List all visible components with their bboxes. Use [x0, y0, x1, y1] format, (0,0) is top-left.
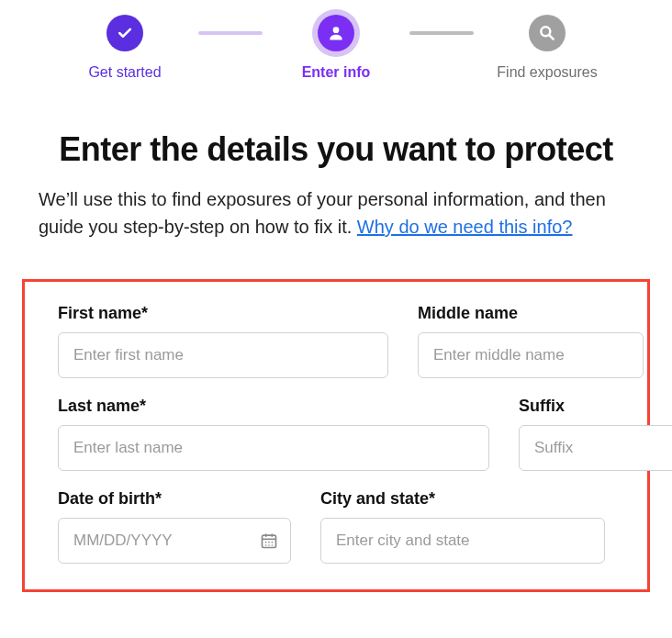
last-name-input[interactable] [58, 425, 489, 471]
svg-point-0 [333, 27, 340, 33]
step-find-exposures: Find exposures [474, 15, 621, 81]
dob-label: Date of birth* [58, 489, 291, 509]
last-name-label: Last name* [58, 397, 489, 416]
why-need-info-link[interactable]: Why do we need this info? [357, 217, 573, 237]
suffix-input[interactable] [519, 425, 672, 471]
suffix-label: Suffix [519, 397, 672, 416]
first-name-field-group: First name* [58, 304, 388, 378]
lead-text: We’ll use this to find exposures of your… [39, 185, 633, 241]
middle-name-label: Middle name [418, 304, 644, 323]
step-get-started: Get started [51, 15, 198, 81]
middle-name-input[interactable] [418, 332, 644, 378]
progress-stepper: Get started Enter info Find exposures [0, 15, 672, 81]
step-label: Get started [88, 64, 161, 81]
city-state-field-group: City and state* [320, 489, 605, 564]
step-enter-info: Enter info [263, 15, 409, 81]
city-state-label: City and state* [320, 489, 605, 509]
check-icon [106, 15, 143, 51]
dob-input[interactable] [58, 518, 291, 564]
svg-line-2 [550, 36, 554, 39]
step-label: Find exposures [497, 64, 597, 81]
step-connector [198, 31, 263, 35]
first-name-input[interactable] [58, 332, 388, 378]
last-name-field-group: Last name* [58, 397, 489, 471]
middle-name-field-group: Middle name [418, 304, 644, 378]
suffix-field-group: Suffix [519, 397, 672, 471]
dob-field-group: Date of birth* [58, 489, 291, 564]
personal-info-form: First name* Middle name Last name* Suffi… [22, 279, 650, 592]
city-state-input[interactable] [320, 518, 605, 564]
first-name-label: First name* [58, 304, 388, 323]
step-label: Enter info [302, 64, 371, 81]
step-connector [409, 31, 474, 35]
page-title: Enter the details you want to protect [33, 130, 639, 169]
person-icon [318, 15, 354, 51]
search-icon [529, 15, 566, 51]
